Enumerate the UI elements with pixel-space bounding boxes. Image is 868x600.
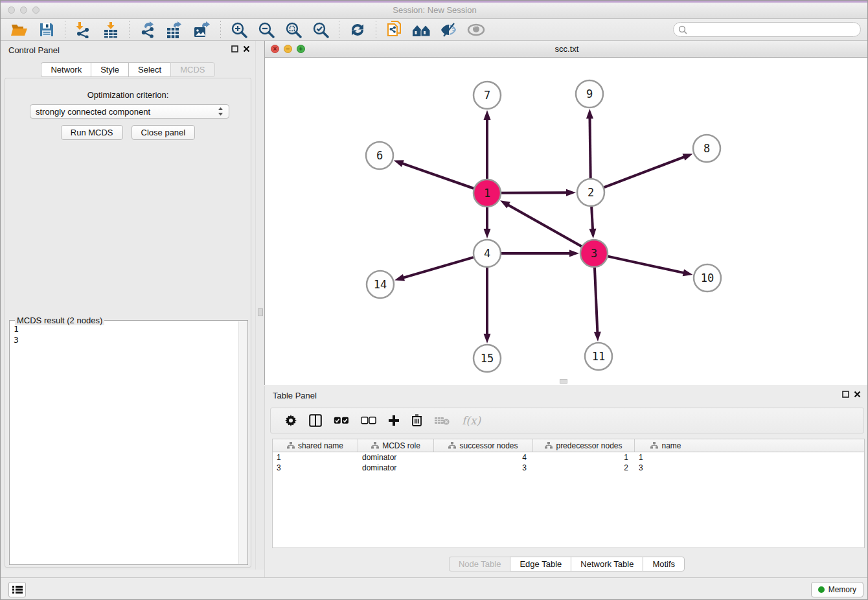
graph-node-8[interactable]: 8 — [693, 135, 720, 162]
add-column-icon[interactable] — [388, 415, 400, 426]
graph-edge-2-9[interactable] — [589, 118, 590, 178]
table-cell[interactable]: 4 — [434, 452, 533, 463]
zoom-fit-icon[interactable] — [284, 21, 303, 39]
show-graphics-details-icon[interactable] — [466, 21, 486, 39]
graph-edge-3-1[interactable] — [508, 205, 582, 246]
graph-node-4[interactable]: 4 — [474, 240, 501, 267]
graph-node-10[interactable]: 10 — [694, 264, 721, 292]
export-image-icon[interactable] — [192, 21, 212, 39]
graph-edge-1-2[interactable] — [501, 192, 567, 193]
import-table-icon[interactable] — [101, 21, 120, 39]
task-history-button[interactable] — [8, 582, 26, 597]
network-view-window: × − + scc.txt 7968124314101511 — [264, 41, 868, 385]
graph-node-1[interactable]: 1 — [474, 179, 501, 207]
open-file-icon[interactable] — [10, 21, 29, 39]
graph-edge-2-8[interactable] — [604, 157, 685, 187]
graph-edge-3-10[interactable] — [608, 257, 683, 273]
panel-splitter[interactable] — [255, 41, 264, 570]
column-layout-icon[interactable] — [309, 414, 322, 427]
hide-graphics-details-icon[interactable] — [439, 21, 459, 39]
export-network-icon[interactable] — [138, 21, 157, 39]
float-panel-icon[interactable] — [231, 45, 238, 52]
table-cell[interactable]: dominator — [358, 463, 434, 473]
table-cell[interactable]: 3 — [273, 463, 358, 473]
zoom-selected-icon[interactable] — [311, 21, 330, 39]
mcds-result-text[interactable]: 1 3 — [11, 322, 238, 563]
mcds-result-scrollbar[interactable] — [238, 321, 247, 564]
graph-arrowhead-3-11 — [594, 332, 601, 341]
graph-edge-1-6[interactable] — [402, 163, 474, 189]
tab-network[interactable]: Network — [41, 62, 91, 77]
memory-button[interactable]: Memory — [811, 582, 863, 597]
column-header-predecessor-nodes[interactable]: predecessor nodes — [533, 439, 635, 452]
export-table-icon[interactable] — [165, 21, 185, 39]
table-cell[interactable]: 1 — [635, 452, 697, 463]
graph-node-2[interactable]: 2 — [577, 179, 604, 206]
tab-edge-table[interactable]: Edge Table — [510, 557, 571, 571]
float-table-panel-icon[interactable] — [842, 391, 849, 398]
search-input[interactable] — [690, 25, 860, 34]
deselect-all-icon[interactable] — [361, 417, 376, 424]
graph-edge-3-11[interactable] — [595, 268, 597, 332]
network-canvas-grip[interactable] — [560, 379, 567, 384]
graph-node-6[interactable]: 6 — [366, 142, 393, 169]
column-header-shared-name[interactable]: shared name — [273, 439, 358, 452]
svg-text:15: 15 — [481, 352, 494, 365]
tab-style[interactable]: Style — [91, 62, 128, 77]
close-panel-icon[interactable] — [243, 45, 250, 52]
zoom-in-icon[interactable] — [229, 21, 249, 39]
node-table: shared nameMCDS rolesuccessor nodesprede… — [272, 439, 865, 548]
graph-node-14[interactable]: 14 — [367, 271, 394, 298]
graph-arrowhead-1-4 — [484, 229, 491, 238]
table-cell[interactable]: 2 — [533, 463, 635, 473]
column-header-MCDS-role[interactable]: MCDS role — [358, 439, 434, 452]
column-header-name[interactable]: name — [635, 439, 697, 452]
graph-node-3[interactable]: 3 — [580, 240, 608, 267]
graph-node-11[interactable]: 11 — [585, 343, 612, 370]
graph-node-7[interactable]: 7 — [474, 82, 501, 109]
criterion-select[interactable]: strongly connected component — [30, 104, 229, 119]
gear-icon[interactable] — [284, 414, 297, 427]
application-window: Session: New Session — [0, 0, 868, 600]
table-cell[interactable]: dominator — [358, 452, 434, 463]
run-mcds-button[interactable]: Run MCDS — [61, 125, 123, 140]
table-cell[interactable]: 3 — [635, 463, 697, 473]
tab-node-table[interactable]: Node Table — [449, 557, 510, 571]
node-table-body: 1dominator4113dominator323 — [273, 452, 864, 473]
select-all-icon[interactable] — [334, 417, 349, 424]
network-canvas[interactable]: 7968124314101511 — [265, 58, 868, 385]
table-toolbar: f(x) — [270, 408, 864, 433]
refresh-layout-icon[interactable] — [348, 21, 367, 39]
tab-select[interactable]: Select — [128, 62, 170, 77]
graph-edge-2-3[interactable] — [591, 207, 593, 229]
table-cell[interactable]: 1 — [533, 452, 635, 463]
clone-network-icon[interactable] — [385, 21, 404, 39]
tab-motifs[interactable]: Motifs — [643, 557, 685, 571]
close-table-panel-icon[interactable] — [854, 391, 861, 398]
graph-node-15[interactable]: 15 — [474, 345, 501, 372]
close-panel-button[interactable]: Close panel — [131, 125, 196, 140]
first-neighbors-icon[interactable] — [412, 21, 431, 39]
delete-column-icon[interactable] — [411, 414, 422, 427]
optimization-criterion-label: Optimization criterion: — [5, 90, 251, 100]
table-cell[interactable]: 1 — [273, 452, 358, 463]
table-row[interactable]: 1dominator411 — [273, 452, 864, 463]
save-session-icon[interactable] — [37, 21, 56, 39]
search-field[interactable] — [673, 22, 861, 37]
graph-node-9[interactable]: 9 — [576, 80, 603, 108]
task-list-icon — [12, 585, 23, 594]
toolbar-separator — [129, 21, 130, 39]
tab-mcds[interactable]: MCDS — [170, 62, 214, 77]
zoom-out-icon[interactable] — [257, 21, 276, 39]
table-panel-title: Table Panel — [273, 391, 317, 400]
column-header-successor-nodes[interactable]: successor nodes — [434, 439, 533, 452]
table-cell[interactable]: 3 — [434, 463, 533, 473]
network-graph: 7968124314101511 — [265, 58, 868, 385]
graph-arrowhead-4-3 — [569, 250, 579, 257]
import-network-icon[interactable] — [74, 21, 93, 39]
graph-edge-4-14[interactable] — [404, 257, 474, 278]
table-tabs: Node TableEdge TableNetwork TableMotifs — [265, 557, 868, 571]
tab-network-table[interactable]: Network Table — [571, 557, 643, 571]
splitter-grip[interactable] — [258, 308, 263, 316]
table-row[interactable]: 3dominator323 — [273, 463, 864, 473]
